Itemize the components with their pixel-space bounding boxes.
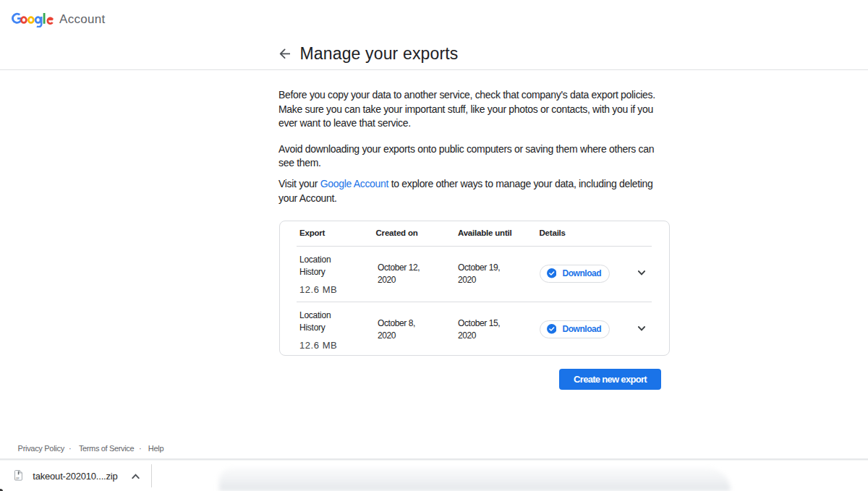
svg-text:ZIP: ZIP (16, 477, 20, 480)
